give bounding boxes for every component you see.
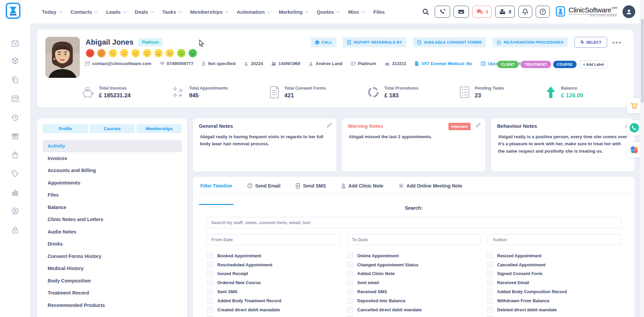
from-date-input[interactable]	[206, 234, 340, 245]
more-options-button[interactable]: ●●●	[612, 40, 622, 45]
to-date-input[interactable]	[347, 234, 481, 245]
filter-online-appointment[interactable]: Online Appointment	[347, 251, 487, 260]
section-body-composition[interactable]: Body Composition	[43, 275, 182, 287]
checkbox[interactable]	[487, 289, 493, 295]
report-referrals-button[interactable]: REPORT REFERRALS BY	[343, 37, 406, 47]
checkbox[interactable]	[487, 307, 493, 313]
checkbox[interactable]	[347, 298, 353, 304]
filter-received-sms[interactable]: Received SMS	[347, 287, 487, 296]
section-clinic-notes-and-letters[interactable]: Clinic Notes and Letters	[43, 213, 182, 226]
nav-today[interactable]: Today	[42, 9, 61, 15]
lock-icon[interactable]	[11, 226, 19, 234]
mood-emoji-8[interactable]	[165, 49, 174, 58]
filter-resized-appointment[interactable]: Resized Appointment	[487, 251, 627, 260]
mood-emoji-9[interactable]	[177, 49, 186, 58]
inbox-button[interactable]	[453, 6, 469, 18]
checkbox[interactable]	[207, 271, 213, 276]
dialer-button[interactable]	[435, 6, 450, 18]
nav-files[interactable]: Files	[373, 9, 385, 15]
filter-call-log[interactable]: Call Log	[487, 314, 627, 317]
client-membership[interactable]: Platinum	[351, 61, 376, 66]
nav-memberships[interactable]: Memberships	[190, 9, 228, 15]
nav-automation[interactable]: Automation	[237, 9, 270, 15]
nav-misc[interactable]: Misc	[348, 9, 364, 15]
client-phone[interactable]: 07490009777	[160, 61, 194, 66]
nav-leads[interactable]: Leads	[106, 9, 125, 15]
tag-icon[interactable]	[11, 170, 19, 178]
filter-added-clinic-note[interactable]: Added Clinic Note	[347, 269, 487, 278]
checkbox[interactable]	[207, 298, 213, 304]
section-medical-history[interactable]: Medical History	[43, 262, 182, 275]
checkbox[interactable]	[347, 271, 353, 276]
available-consent-forms-button[interactable]: AVAILABLE CONSENT FORMS	[413, 37, 486, 47]
section-appointments[interactable]: Appointments	[43, 177, 182, 189]
user-avatar[interactable]	[623, 5, 635, 18]
checkbox[interactable]	[487, 316, 493, 317]
checkbox[interactable]	[487, 271, 493, 276]
tab-add-clinic-note[interactable]: Add Clinic Note	[341, 183, 383, 194]
timeline-search-input[interactable]	[206, 217, 622, 228]
section-files[interactable]: Files	[43, 189, 182, 201]
client-id[interactable]: 20224	[244, 61, 263, 66]
filter-created-direct-debit-mandate[interactable]: Created direct debit manadate	[207, 305, 347, 314]
label-treatment[interactable]: TREATMENT	[521, 61, 551, 68]
checkbox[interactable]	[487, 262, 493, 268]
checkbox[interactable]	[207, 289, 213, 295]
notifications-button[interactable]	[518, 6, 532, 18]
chat-button[interactable]: 3	[472, 6, 492, 18]
clinicsoftware-logo-icon[interactable]	[5, 2, 23, 21]
checkbox[interactable]	[347, 289, 353, 295]
section-recommended-products[interactable]: Recommended Products	[43, 299, 182, 312]
section-drinks[interactable]: Drinks	[43, 238, 182, 250]
section-treatment-record[interactable]: Treatment Record	[43, 287, 182, 299]
checkbox[interactable]	[207, 280, 213, 285]
author-input[interactable]	[488, 234, 622, 245]
filter-changed-appointment-status[interactable]: Changed Appointment Status	[347, 260, 487, 269]
filter-added-body-composition-record[interactable]: Added Body Composition Record	[487, 287, 627, 296]
checkbox[interactable]	[347, 262, 353, 268]
support-icon[interactable]	[11, 207, 19, 215]
history-icon[interactable]	[11, 114, 19, 122]
section-audio-notes[interactable]: Audio Notes	[43, 226, 182, 238]
checkbox[interactable]	[207, 307, 213, 313]
mood-emoji-4[interactable]	[120, 49, 129, 58]
checkbox[interactable]	[487, 298, 493, 304]
call-button[interactable]: CALL	[311, 38, 336, 47]
checkbox[interactable]	[487, 253, 493, 259]
client-photo[interactable]	[45, 37, 80, 78]
tab-filter-timeline[interactable]: Filter Timeline	[200, 183, 232, 194]
checkbox[interactable]	[207, 253, 213, 259]
section-activity[interactable]: Activity	[43, 140, 182, 152]
select-button[interactable]: SELECT	[574, 37, 607, 48]
add-label-button[interactable]: + Add Label	[579, 60, 608, 68]
client-assigned-staff[interactable]: Andree Land	[309, 61, 342, 66]
nav-tasks[interactable]: Tasks	[162, 9, 181, 15]
calendar-date-icon[interactable]: 12	[11, 39, 19, 47]
tab-send-sms[interactable]: Send SMS	[296, 183, 326, 194]
filter-added-body-treatment-record[interactable]: Added Body Treatment Record	[207, 296, 347, 305]
gift-icon[interactable]	[11, 132, 19, 140]
checkbox[interactable]	[207, 262, 213, 268]
label-client[interactable]: CLIENT	[497, 61, 519, 68]
mood-emoji-2[interactable]	[97, 49, 106, 58]
edit-pencil-icon[interactable]	[327, 123, 332, 128]
copy-icon[interactable]	[11, 76, 19, 84]
edit-pencil-icon[interactable]	[476, 123, 481, 128]
tab-add-online-meeting-note[interactable]: Add Online Meeting Note	[398, 183, 462, 194]
mood-emoji-1[interactable]	[86, 49, 95, 58]
section-invoices[interactable]: Invoices	[43, 152, 182, 165]
tab-courses[interactable]: Courses	[90, 124, 135, 133]
filter-withdrawn-from-balance[interactable]: Withdrawn From Balance	[487, 296, 627, 305]
label-course[interactable]: COURSE	[553, 61, 577, 68]
section-accounts-and-billing[interactable]: Accounts and Billing	[43, 164, 182, 177]
filter-sent-sms[interactable]: Sent SMS	[207, 287, 347, 296]
filter-issued-receipt[interactable]: Issued Receipt	[207, 269, 347, 278]
filter-cancelled-appointment[interactable]: Cancelled Appointment	[487, 260, 627, 269]
nav-marketing[interactable]: Marketing	[279, 9, 308, 15]
tab-memberships[interactable]: Memberships	[137, 124, 182, 133]
client-loyalty[interactable]: 313211	[385, 61, 407, 66]
filter-cancelled-direct-debit-mandate[interactable]: Cancelled direct debit mandate	[347, 305, 487, 314]
rejuvenation-procedures-button[interactable]: REJUVENATION PROCEDURES	[492, 38, 568, 47]
search-icon[interactable]	[422, 8, 429, 15]
filter-online-activity[interactable]: Online Activity	[347, 314, 487, 317]
